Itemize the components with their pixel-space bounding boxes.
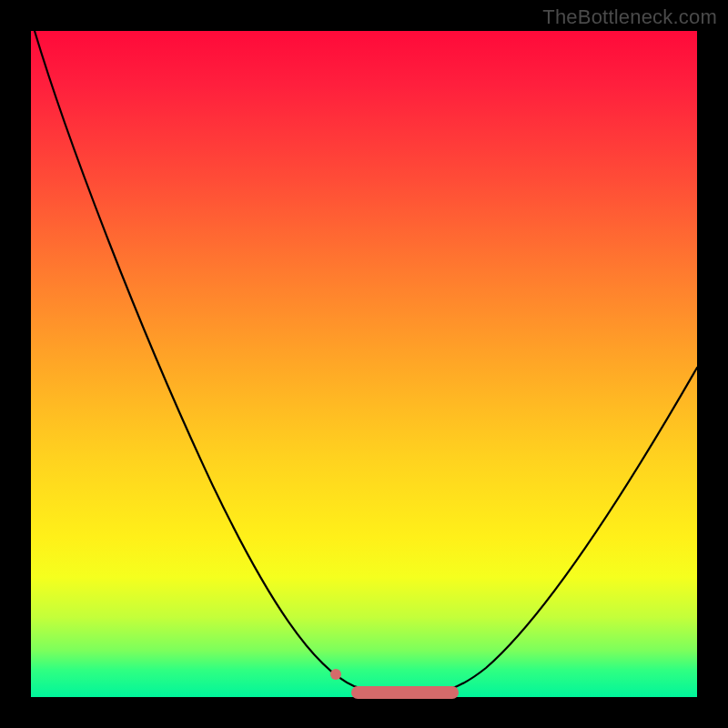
watermark-text: TheBottleneck.com: [542, 5, 717, 29]
chart-frame: TheBottleneck.com: [0, 0, 728, 728]
highlight-dot-left: [330, 669, 341, 680]
bottleneck-curve-path: [35, 31, 697, 694]
chart-plot-area: [31, 31, 697, 697]
highlight-trough-bar: [351, 686, 459, 699]
bottleneck-curve-svg: [31, 31, 697, 697]
